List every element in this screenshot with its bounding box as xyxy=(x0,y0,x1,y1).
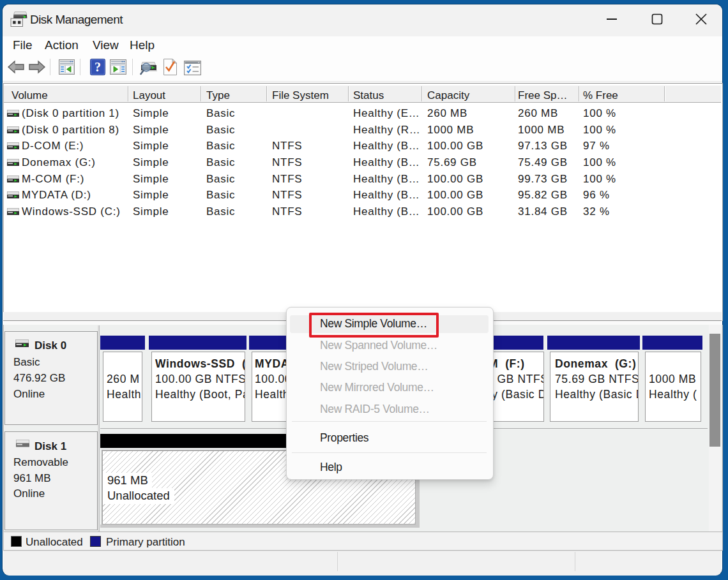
svg-text:?: ? xyxy=(95,60,101,74)
